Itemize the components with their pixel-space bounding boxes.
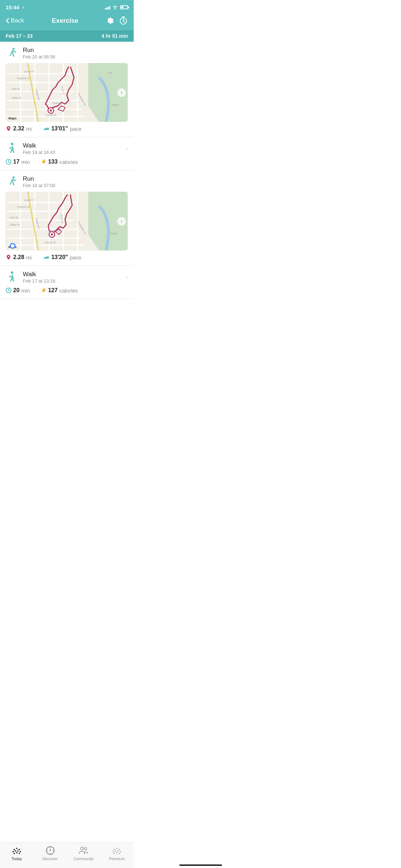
nav-bar: Back Exercise xyxy=(0,13,134,30)
timer-icon[interactable] xyxy=(119,16,128,25)
status-icons xyxy=(105,5,128,10)
map-chevron-icon: › xyxy=(117,88,126,97)
runner-icon xyxy=(6,47,19,60)
activity-type: Run xyxy=(23,175,128,182)
activity-date: Feb 18 at 07:00 xyxy=(23,183,128,188)
chevron-right-icon-2: › xyxy=(126,274,128,280)
run-2-map[interactable]: Maps Shurs Ln Kingsley St East St Sharp … xyxy=(6,192,128,250)
fire-icon xyxy=(41,159,46,165)
svg-point-58 xyxy=(11,272,14,274)
status-time: 15:44 xyxy=(6,4,25,10)
calories-stat: 127 calories xyxy=(41,287,78,294)
activity-info: Run Feb 20 at 06:56 xyxy=(23,47,128,60)
activity-header: Walk Feb 17 at 13:18 › xyxy=(6,271,128,284)
map-svg-2: Maps Shurs Ln Kingsley St East St Sharp … xyxy=(6,192,128,250)
location-pin-icon-2 xyxy=(6,254,11,260)
distance-stat: 2.32 mi xyxy=(6,125,32,132)
shoe-icon-2 xyxy=(43,254,50,260)
calories-stat: 133 calories xyxy=(41,159,78,165)
distance-stat: 2.28 mi xyxy=(6,254,32,260)
nav-actions xyxy=(106,16,128,25)
activity-type: Run xyxy=(23,47,128,54)
runner-icon-2 xyxy=(6,175,19,188)
activity-item-walk-2[interactable]: Walk Feb 17 at 13:18 › 20 min 127 calori… xyxy=(0,266,134,299)
activity-list: Run Feb 20 at 06:56 xyxy=(0,42,134,299)
walker-icon xyxy=(6,142,18,155)
svg-point-28 xyxy=(11,143,14,145)
activity-item-run-1[interactable]: Run Feb 20 at 06:56 xyxy=(0,42,134,137)
activity-type: Walk xyxy=(23,142,122,149)
activity-header: Run Feb 18 at 07:00 xyxy=(6,175,128,188)
clock-icon-2 xyxy=(6,288,11,293)
shoe-icon xyxy=(43,126,50,131)
run-icon xyxy=(6,47,19,60)
activity-info: Walk Feb 19 at 16:43 xyxy=(23,142,122,155)
back-chevron-icon xyxy=(6,18,9,24)
activity-date: Feb 17 at 13:18 xyxy=(23,278,122,284)
activity-date: Feb 20 at 06:56 xyxy=(23,54,128,60)
location-arrow-icon xyxy=(21,5,25,10)
svg-text:Osborn St: Osborn St xyxy=(48,229,60,232)
gear-icon[interactable] xyxy=(106,16,114,25)
back-label: Back xyxy=(11,17,24,24)
svg-point-15 xyxy=(50,109,52,112)
pace-stat: 13'01" pace xyxy=(43,125,82,132)
svg-text:Osborn St: Osborn St xyxy=(53,102,64,104)
svg-text:Timber: Timber xyxy=(112,104,119,106)
svg-point-1 xyxy=(12,48,15,50)
week-range: Feb 17 – 23 xyxy=(6,33,33,39)
signal-icon xyxy=(105,5,110,10)
activity-info: Walk Feb 17 at 13:18 xyxy=(23,271,122,284)
map-chevron-icon-2: › xyxy=(117,217,126,226)
map-svg-1: Maps Shurs Ln Kingsley St East St Sharp … xyxy=(6,63,128,122)
activity-date: Feb 19 at 16:43 xyxy=(23,150,122,155)
walk-icon xyxy=(6,142,19,155)
activity-item-walk-1[interactable]: Walk Feb 19 at 16:43 › 17 min 133 calori… xyxy=(0,137,134,170)
svg-text:Sumac St: Sumac St xyxy=(46,114,56,116)
activity-stats: 2.28 mi 13'20" pace xyxy=(6,254,128,260)
svg-text:Kingsley St: Kingsley St xyxy=(17,77,30,80)
svg-point-57 xyxy=(11,244,15,248)
activity-header: Walk Feb 19 at 16:43 › xyxy=(6,142,128,155)
svg-text:Fort: Fort xyxy=(108,72,113,74)
back-button[interactable]: Back xyxy=(6,17,24,24)
svg-text:East St: East St xyxy=(12,88,20,90)
activity-stats: 2.32 mi 13'01" pace xyxy=(6,125,128,132)
svg-text:Sharp St: Sharp St xyxy=(12,97,21,99)
activity-stats: 20 min 127 calories xyxy=(6,287,128,294)
duration-stat: 17 min xyxy=(6,159,30,165)
wifi-icon xyxy=(112,5,118,10)
duration-stat: 20 min xyxy=(6,287,30,294)
activity-header: Run Feb 20 at 06:56 xyxy=(6,47,128,60)
clock-icon xyxy=(6,159,11,165)
svg-text:Timber: Timber xyxy=(110,232,118,235)
location-pin-icon xyxy=(6,126,11,131)
walker-icon-2 xyxy=(6,271,18,284)
battery-icon xyxy=(120,5,128,9)
svg-text:Kingsley St: Kingsley St xyxy=(17,206,30,208)
activity-type: Walk xyxy=(23,271,122,278)
svg-text:Sumac St: Sumac St xyxy=(45,241,56,244)
time-display: 15:44 xyxy=(6,4,19,10)
svg-point-44 xyxy=(51,233,53,236)
page-title: Exercise xyxy=(52,17,78,25)
svg-text:Sharp St: Sharp St xyxy=(10,223,20,226)
week-bar: Feb 17 – 23 4 hr 51 min xyxy=(0,30,134,42)
svg-text:East St: East St xyxy=(10,216,18,219)
status-bar: 15:44 xyxy=(0,0,134,13)
svg-point-30 xyxy=(12,176,15,179)
pace-stat: 13'20" pace xyxy=(43,254,82,260)
activity-item-run-2[interactable]: Run Feb 18 at 07:00 xyxy=(0,170,134,266)
activity-stats: 17 min 133 calories xyxy=(6,159,128,165)
run-icon xyxy=(6,175,19,188)
chevron-right-icon: › xyxy=(126,145,128,152)
fire-icon-2 xyxy=(41,287,46,294)
run-1-map[interactable]: Maps Shurs Ln Kingsley St East St Sharp … xyxy=(6,63,128,122)
week-total: 4 hr 51 min xyxy=(102,33,128,39)
svg-text:Maps: Maps xyxy=(9,117,17,120)
walk-icon-2 xyxy=(6,271,19,284)
activity-info: Run Feb 18 at 07:00 xyxy=(23,175,128,188)
